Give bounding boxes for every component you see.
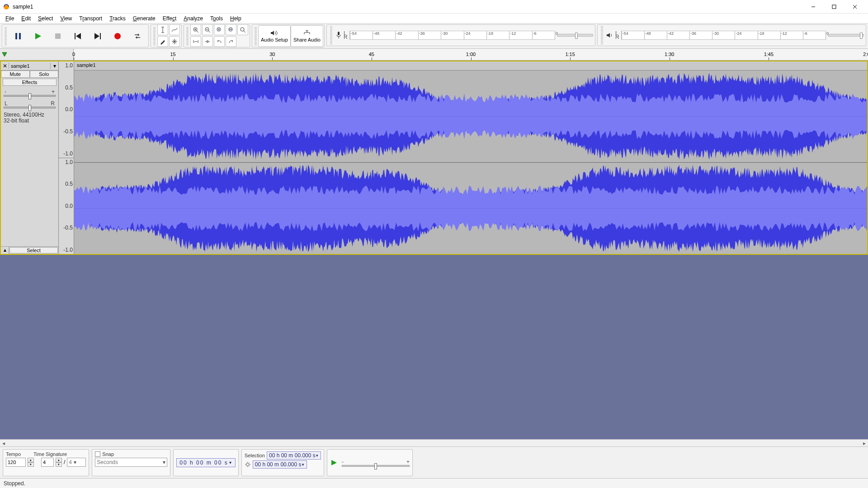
waveform-area: sample1: [74, 61, 867, 254]
grip-icon[interactable]: [5, 27, 7, 45]
grip-icon[interactable]: [153, 27, 156, 45]
record-meter-group: LR -54-48-42-36-30-24-18-12-60: [326, 24, 595, 46]
playhead-handle[interactable]: [0, 49, 9, 60]
svg-marker-10: [76, 33, 81, 39]
transport-group: [2, 24, 149, 47]
record-meter[interactable]: -54-48-42-36-30-24-18-12-60: [349, 31, 555, 40]
empty-track-area[interactable]: [0, 255, 868, 439]
track: ✕ sample1 ▾ Mute Solo Effects -+ LR Ster…: [0, 61, 868, 255]
tempo-spinner[interactable]: ▴▾: [28, 458, 34, 467]
audio-setup-button[interactable]: Audio Setup: [258, 25, 291, 47]
snap-checkbox[interactable]: [95, 451, 100, 457]
tempo-input[interactable]: 120: [6, 458, 26, 467]
menu-edit[interactable]: Edit: [18, 14, 34, 23]
record-volume-slider[interactable]: [557, 34, 593, 37]
redo-button[interactable]: [226, 36, 236, 47]
waveform-left[interactable]: [74, 70, 867, 163]
mute-button[interactable]: Mute: [1, 70, 30, 78]
skip-start-button[interactable]: [69, 26, 87, 47]
play-at-speed-icon[interactable]: [330, 459, 338, 467]
minimize-button[interactable]: [803, 0, 824, 14]
envelope-tool[interactable]: [169, 24, 180, 35]
zoom-out-button[interactable]: [202, 24, 213, 35]
scroll-left-icon[interactable]: ◂: [0, 440, 7, 446]
menu-view[interactable]: View: [57, 14, 75, 23]
menu-analyze[interactable]: Analyze: [180, 14, 207, 23]
window-title: sample1: [13, 4, 33, 10]
svg-line-22: [208, 31, 210, 33]
grip-icon[interactable]: [255, 27, 257, 45]
svg-marker-30: [2, 52, 7, 56]
undo-button[interactable]: [214, 36, 225, 47]
timesig-denominator[interactable]: 4▾: [67, 458, 86, 467]
skip-end-button[interactable]: [89, 26, 107, 47]
timesig-num-spinner[interactable]: ▴▾: [56, 458, 62, 467]
pan-slider[interactable]: LR: [4, 100, 56, 108]
menu-help[interactable]: Help: [226, 14, 245, 23]
record-button[interactable]: [108, 26, 127, 47]
gain-slider[interactable]: -+: [4, 89, 56, 97]
track-menu-button[interactable]: ▾: [50, 63, 58, 69]
track-close-button[interactable]: ✕: [1, 63, 9, 69]
track-collapse-button[interactable]: ▴: [1, 247, 9, 254]
track-control-panel: ✕ sample1 ▾ Mute Solo Effects -+ LR Ster…: [1, 61, 59, 254]
fit-project-button[interactable]: [226, 24, 236, 35]
mic-icon[interactable]: [335, 31, 342, 39]
zoom-toggle-button[interactable]: [237, 24, 248, 35]
menu-tools[interactable]: Tools: [207, 14, 226, 23]
scroll-right-icon[interactable]: ▸: [861, 440, 868, 446]
solo-button[interactable]: Solo: [30, 70, 59, 78]
selection-tool[interactable]: [157, 24, 168, 35]
menu-file[interactable]: File: [2, 14, 18, 23]
selection-panel: Selection 00 h 00 m 00.000 s▾ 00 h 00 m …: [241, 449, 324, 476]
grip-icon[interactable]: [330, 26, 332, 44]
playback-meter[interactable]: -54-48-42-36-30-24-18-12-60: [621, 31, 826, 40]
trim-button[interactable]: [190, 36, 201, 47]
gear-icon[interactable]: [245, 461, 251, 468]
close-button[interactable]: [844, 0, 865, 14]
zoom-in-button[interactable]: [190, 24, 201, 35]
menu-transport[interactable]: Transport: [75, 14, 106, 23]
menu-generate[interactable]: Generate: [129, 14, 159, 23]
silence-button[interactable]: [202, 36, 213, 47]
stop-button[interactable]: [49, 26, 67, 47]
audio-setup-label: Audio Setup: [261, 37, 288, 42]
selection-start[interactable]: 00 h 00 m 00.000 s▾: [267, 451, 321, 460]
pause-button[interactable]: [9, 26, 27, 47]
edit-zoom-group: [184, 24, 250, 47]
menu-effect[interactable]: Effect: [159, 14, 180, 23]
snap-label: Snap: [102, 451, 114, 457]
selection-label: Selection: [245, 453, 265, 458]
waveform-right[interactable]: [74, 163, 867, 254]
menu-tracks[interactable]: Tracks: [106, 14, 129, 23]
snap-unit-combo[interactable]: Seconds▾: [95, 458, 167, 467]
playback-volume-slider[interactable]: [828, 34, 864, 37]
selection-end[interactable]: 00 h 00 m 00.000 s▾: [253, 460, 307, 469]
position-display[interactable]: 00 h 00 m 00 s▾: [176, 458, 235, 467]
draw-tool[interactable]: [157, 36, 168, 47]
horizontal-scrollbar[interactable]: ◂ ▸: [0, 439, 868, 446]
svg-point-33: [246, 463, 249, 466]
svg-rect-5: [15, 33, 17, 39]
menu-select[interactable]: Select: [34, 14, 57, 23]
fit-selection-button[interactable]: [214, 24, 225, 35]
timesig-numerator[interactable]: 4: [41, 458, 54, 467]
multi-tool[interactable]: [169, 36, 180, 47]
effects-button[interactable]: Effects: [3, 79, 57, 86]
svg-rect-9: [75, 33, 75, 39]
maximize-button[interactable]: [824, 0, 844, 14]
loop-button[interactable]: [128, 26, 146, 47]
track-format-label: Stereo, 44100Hz32-bit float: [1, 110, 58, 126]
snap-panel: Snap Seconds▾: [92, 449, 170, 476]
play-button[interactable]: [29, 26, 47, 47]
timeline-ruler[interactable]: 01530451:001:151:301:452:00: [73, 49, 868, 60]
clip-title[interactable]: sample1: [74, 61, 867, 70]
track-select-button[interactable]: Select: [9, 247, 58, 253]
share-audio-button[interactable]: Share Audio: [291, 25, 323, 47]
timeline-row: 01530451:001:151:301:452:00: [0, 49, 868, 61]
grip-icon[interactable]: [601, 26, 603, 44]
grip-icon[interactable]: [186, 27, 189, 45]
speaker-icon[interactable]: [606, 32, 613, 38]
timesig-separator: /: [64, 459, 65, 465]
play-speed-slider[interactable]: -+: [342, 459, 410, 467]
